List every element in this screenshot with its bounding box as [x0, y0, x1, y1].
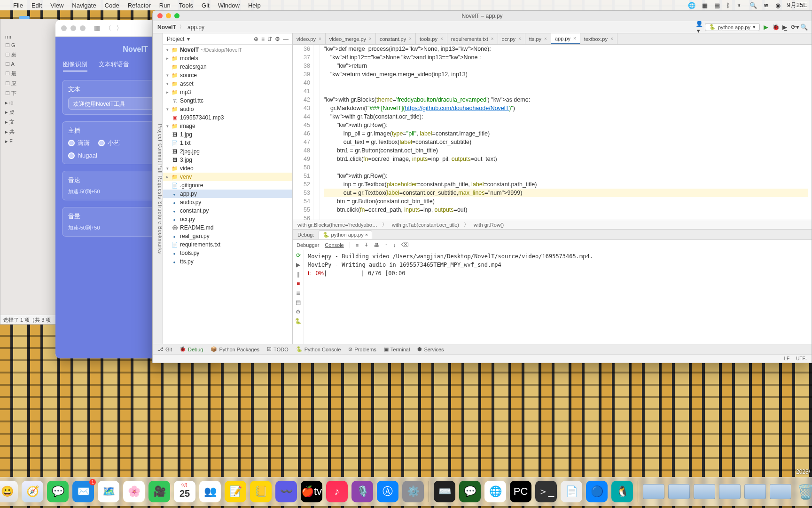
- dock-textedit[interactable]: 📄: [561, 481, 582, 502]
- bottom-problems[interactable]: ⊘ Problems: [348, 346, 376, 352]
- finder-window[interactable]: rm☐ G☐ 桌☐ A☐ 最☐ 应☐ 下▸ ic▸ 桌▸ 文▸ 共▸ F 选择了…: [0, 19, 60, 325]
- menu-tools[interactable]: Tools: [179, 2, 193, 9]
- debug-icon[interactable]: 🐞: [772, 24, 779, 31]
- host-option-3[interactable]: hiugaai: [68, 152, 97, 159]
- editor-tab[interactable]: textbox.py×: [580, 33, 617, 44]
- dock-tv[interactable]: 🍎tv: [301, 481, 322, 502]
- editor-tab-active[interactable]: app.py×: [551, 33, 580, 44]
- menu-edit[interactable]: Edit: [31, 2, 42, 9]
- menu-help[interactable]: Help: [248, 2, 261, 9]
- close-icon[interactable]: ×: [409, 36, 412, 41]
- layout-icon[interactable]: ▤: [296, 299, 301, 306]
- dock-iterm[interactable]: ⌨️: [434, 481, 455, 502]
- python-icon[interactable]: 🐍: [295, 318, 302, 325]
- settings-icon[interactable]: ⚙: [296, 309, 301, 315]
- pc-close-icon[interactable]: [157, 13, 163, 18]
- status-app-icon[interactable]: ▦: [702, 2, 708, 9]
- menu-refactor[interactable]: Refactor: [128, 2, 151, 9]
- step-over-icon[interactable]: ▶: [296, 262, 300, 268]
- tree-item-app[interactable]: app.py: [180, 190, 197, 197]
- tree-item[interactable]: models: [180, 55, 198, 62]
- dock-safari[interactable]: 🧭: [22, 481, 43, 502]
- toolbar-back-icon[interactable]: 〈: [105, 24, 111, 32]
- dock-freeform[interactable]: 〰️: [275, 481, 297, 502]
- fold-gutter[interactable]: [313, 45, 320, 220]
- host-option-1[interactable]: 潇潇: [68, 139, 90, 147]
- status-lf[interactable]: LF: [784, 356, 790, 361]
- pc-max-icon[interactable]: [174, 13, 180, 18]
- tree-item[interactable]: audio: [180, 106, 194, 112]
- expand-icon[interactable]: ≡: [261, 36, 265, 42]
- toolbar-fwd-icon[interactable]: 〉: [116, 24, 123, 32]
- debug-tab-console[interactable]: Console: [325, 242, 344, 248]
- dock-minimized-window[interactable]: [694, 484, 715, 499]
- more-run-icon[interactable]: ⟳▾: [791, 24, 797, 31]
- dock-qq[interactable]: 🐧: [611, 481, 633, 502]
- traffic-max-icon[interactable]: [80, 25, 86, 31]
- dock-minimized-window[interactable]: [770, 484, 791, 499]
- navbar-project[interactable]: NovelT: [157, 24, 176, 31]
- dock-settings[interactable]: ⚙️: [402, 481, 424, 502]
- tree-item[interactable]: venv: [180, 174, 192, 180]
- pause-icon[interactable]: ‖: [297, 271, 300, 278]
- gear-icon[interactable]: ⚙: [275, 36, 280, 42]
- tree-item[interactable]: real_gan.py: [180, 233, 210, 239]
- menu-code[interactable]: Code: [105, 2, 119, 9]
- tree-item[interactable]: constant.py: [180, 207, 209, 214]
- dock-minimized-window[interactable]: [744, 484, 766, 499]
- traffic-close-icon[interactable]: [61, 25, 67, 31]
- menu-run[interactable]: Run: [159, 2, 171, 9]
- project-panel-title[interactable]: Project: [167, 36, 184, 42]
- tree-item[interactable]: requirements.txt: [180, 241, 220, 248]
- tree-item[interactable]: image: [180, 123, 195, 129]
- collapse-icon[interactable]: ⇵: [267, 36, 272, 42]
- editor-tab[interactable]: video_merge.py×: [326, 33, 376, 44]
- bottom-todo[interactable]: ☑ TODO: [267, 346, 289, 352]
- crumb[interactable]: with gr.Blocks(theme='freddyabo…: [297, 222, 377, 228]
- dock-minimized-window[interactable]: [668, 484, 690, 499]
- tree-item[interactable]: tools.py: [180, 250, 199, 256]
- tree-item[interactable]: audio.py: [180, 199, 201, 206]
- dock-zoom[interactable]: 🔵: [586, 481, 608, 502]
- debug-config-tab[interactable]: 🐍 python app.py ×: [319, 230, 372, 239]
- menu-file[interactable]: File: [13, 2, 23, 9]
- status-enc[interactable]: UTF-: [796, 356, 807, 361]
- dock-trash[interactable]: 🗑️: [795, 481, 812, 502]
- bottom-debug[interactable]: 🐞 Debug: [180, 346, 203, 352]
- crumb[interactable]: with gr.Row(): [474, 222, 504, 228]
- status-search-icon[interactable]: 🔍: [750, 2, 757, 9]
- menu-window[interactable]: Window: [218, 2, 240, 9]
- bottom-pyconsole[interactable]: 🐍 Python Console: [296, 346, 341, 352]
- toolstrip-commit[interactable]: Commit: [157, 143, 163, 162]
- novelt-tab-ocr[interactable]: 图像识别: [63, 60, 87, 71]
- dock-messages[interactable]: 💬: [47, 481, 69, 502]
- dock-minimized-window[interactable]: [719, 484, 741, 499]
- tree-item[interactable]: Songti.ttc: [180, 97, 203, 104]
- close-icon[interactable]: ×: [440, 36, 443, 41]
- menu-view[interactable]: View: [50, 2, 63, 9]
- dock-photos[interactable]: 🌸: [123, 481, 145, 502]
- close-icon[interactable]: ×: [610, 36, 613, 41]
- tree-item[interactable]: 1.jpg: [180, 131, 192, 138]
- dock-reminders[interactable]: 📝: [225, 481, 246, 502]
- editor-tab[interactable]: tools.py×: [416, 33, 447, 44]
- crumb[interactable]: with gr.Tab(constant.ocr_title): [392, 222, 459, 228]
- tree-item[interactable]: source: [180, 72, 197, 79]
- menu-navigate[interactable]: Navigate: [72, 2, 96, 9]
- toolstrip-bookmarks[interactable]: Bookmarks: [157, 226, 163, 254]
- run-icon[interactable]: ▶: [763, 24, 769, 31]
- bottom-packages[interactable]: 📦 Python Packages: [211, 346, 259, 352]
- editor-tab[interactable]: ocr.py×: [498, 33, 525, 44]
- tree-item[interactable]: 1.txt: [180, 140, 191, 146]
- code-editor[interactable]: 36 37 38 39 40 41 42 43 44 45 46 47 48 4…: [293, 45, 812, 220]
- close-icon[interactable]: ×: [369, 36, 372, 41]
- toolbar-sidebar-icon[interactable]: ▥: [94, 24, 100, 32]
- view-bp-icon[interactable]: ≣: [296, 290, 301, 296]
- dock-mail[interactable]: ✉️1: [72, 481, 94, 502]
- status-wifi-icon[interactable]: ᯤ: [737, 2, 743, 9]
- editor-tab[interactable]: requirements.txt×: [447, 33, 498, 44]
- tree-item[interactable]: .gitignore: [180, 182, 203, 189]
- dock-podcasts[interactable]: 🎙️: [351, 481, 373, 502]
- dock-calendar[interactable]: 9月 25: [174, 481, 195, 502]
- tree-item[interactable]: tts.py: [180, 258, 194, 265]
